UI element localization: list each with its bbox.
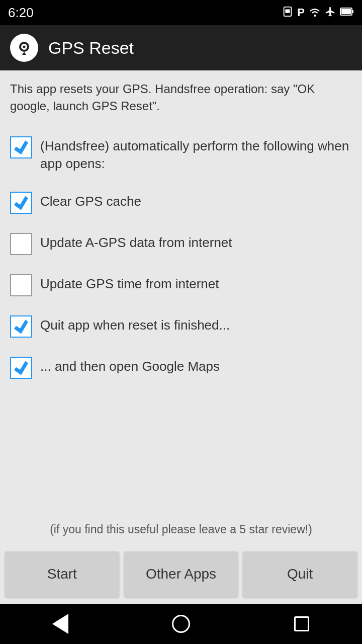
home-icon (172, 615, 190, 633)
checkbox-quit-done-label: Quit app when reset is finished... (40, 314, 230, 334)
svg-rect-5 (352, 10, 353, 13)
status-time: 6:20 (8, 5, 34, 21)
checkbox-update-time[interactable] (10, 274, 32, 296)
app-description: This app resets your GPS. Handsfree oper… (10, 80, 352, 114)
nav-bar (0, 604, 362, 644)
checkbox-list: (Handsfree) automatically perform the fo… (10, 126, 352, 388)
footer-text: (if you find this useful please leave a … (10, 508, 352, 546)
checkbox-item-update-time[interactable]: Update GPS time from internet (10, 264, 352, 305)
checkbox-item-handsfree[interactable]: (Handsfree) automatically perform the fo… (10, 126, 352, 182)
svg-point-8 (23, 46, 26, 48)
wifi-icon (309, 6, 321, 20)
status-icons: P (282, 6, 354, 20)
nav-recents-button[interactable] (287, 609, 317, 639)
checkbox-open-maps[interactable] (10, 357, 32, 379)
checkbox-item-open-maps[interactable]: ... and then open Google Maps (10, 347, 352, 388)
recents-icon (294, 616, 309, 631)
checkbox-quit-done[interactable] (10, 315, 32, 338)
checkbox-item-quit-done[interactable]: Quit app when reset is finished... (10, 305, 352, 347)
parking-icon: P (297, 6, 305, 19)
checkbox-open-maps-label: ... and then open Google Maps (40, 356, 220, 375)
checkbox-clear-cache-label: Clear GPS cache (40, 191, 141, 210)
quit-button[interactable]: Quit (243, 551, 357, 597)
app-bar-title: GPS Reset (48, 38, 134, 58)
checkbox-update-agps-label: Update A-GPS data from internet (40, 232, 232, 252)
checkbox-handsfree[interactable] (10, 136, 32, 158)
checkbox-update-agps[interactable] (10, 233, 32, 255)
svg-point-2 (314, 15, 316, 17)
app-bar: GPS Reset (0, 25, 362, 70)
svg-marker-9 (22, 52, 26, 55)
svg-rect-1 (286, 9, 290, 13)
main-content: This app resets your GPS. Handsfree oper… (0, 70, 362, 546)
svg-rect-4 (341, 9, 351, 14)
checkbox-item-update-agps[interactable]: Update A-GPS data from internet (10, 223, 352, 264)
start-button[interactable]: Start (5, 551, 119, 597)
other-apps-button[interactable]: Other Apps (124, 551, 238, 597)
app-bar-logo (10, 34, 38, 62)
airplane-icon (325, 6, 336, 20)
nav-home-button[interactable] (166, 609, 196, 639)
checkbox-clear-cache[interactable] (10, 192, 32, 214)
nav-back-button[interactable] (45, 609, 75, 639)
checkbox-handsfree-label: (Handsfree) automatically perform the fo… (40, 135, 352, 173)
back-icon (52, 614, 68, 634)
checkbox-item-clear-cache[interactable]: Clear GPS cache (10, 182, 352, 223)
bottom-buttons: Start Other Apps Quit (0, 546, 362, 604)
sim-icon (282, 6, 293, 20)
checkbox-update-time-label: Update GPS time from internet (40, 273, 219, 293)
battery-icon (340, 7, 354, 19)
status-bar: 6:20 P (0, 0, 362, 25)
